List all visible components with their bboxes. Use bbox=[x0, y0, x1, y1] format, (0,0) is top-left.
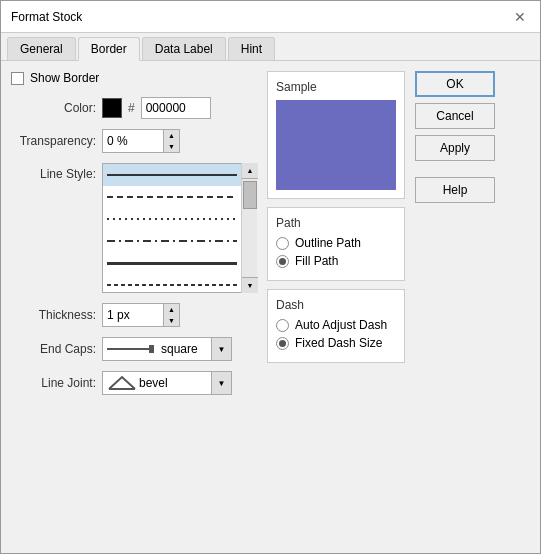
line-style-container: ▲ ▼ bbox=[102, 163, 257, 293]
transparency-up-btn[interactable]: ▲ bbox=[163, 130, 179, 141]
end-caps-select[interactable]: square ▼ bbox=[102, 337, 232, 361]
svg-rect-1 bbox=[149, 345, 154, 353]
left-panel: Show Border Color: # Transparency: ▲ ▼ bbox=[11, 71, 257, 543]
sample-preview bbox=[276, 100, 396, 190]
path-box: Path Outline Path Fill Path bbox=[267, 207, 405, 281]
right-panel: OK Cancel Apply Help bbox=[415, 71, 530, 543]
show-border-checkbox[interactable] bbox=[11, 72, 24, 85]
thickness-spinner: ▲ ▼ bbox=[102, 303, 180, 327]
thickness-up-btn[interactable]: ▲ bbox=[163, 304, 179, 315]
outline-path-row: Outline Path bbox=[276, 236, 396, 250]
transparency-down-btn[interactable]: ▼ bbox=[163, 141, 179, 152]
dashed-line-preview bbox=[107, 196, 237, 198]
line-style-item-5[interactable] bbox=[103, 252, 256, 274]
scrollbar: ▲ ▼ bbox=[241, 163, 257, 293]
middle-panel: Sample Path Outline Path Fill Path Dash bbox=[267, 71, 405, 543]
transparency-spinner-buttons: ▲ ▼ bbox=[163, 130, 179, 152]
sample-box: Sample bbox=[267, 71, 405, 199]
format-stock-dialog: Format Stock ✕ General Border Data Label… bbox=[0, 0, 541, 554]
color-input[interactable] bbox=[141, 97, 211, 119]
end-caps-value: square bbox=[161, 342, 198, 356]
line-style-label: Line Style: bbox=[11, 167, 96, 181]
scroll-up-btn[interactable]: ▲ bbox=[242, 163, 258, 179]
color-row: Color: # bbox=[11, 97, 257, 119]
show-border-label: Show Border bbox=[30, 71, 99, 85]
outline-path-label: Outline Path bbox=[295, 236, 361, 250]
end-caps-row: End Caps: square ▼ bbox=[11, 337, 257, 361]
line-style-item-3[interactable] bbox=[103, 208, 256, 230]
line-style-list[interactable] bbox=[102, 163, 257, 293]
scroll-thumb[interactable] bbox=[243, 181, 257, 209]
thickness-label: Thickness: bbox=[11, 308, 96, 322]
thick-line-preview bbox=[107, 262, 237, 265]
line-joint-row: Line Joint: bevel ▼ bbox=[11, 371, 257, 395]
fill-path-radio[interactable] bbox=[276, 255, 289, 268]
end-caps-dropdown-btn[interactable]: ▼ bbox=[211, 338, 231, 360]
line-style-item-solid[interactable] bbox=[103, 164, 256, 186]
thickness-spinner-buttons: ▲ ▼ bbox=[163, 304, 179, 326]
transparency-input[interactable] bbox=[103, 130, 163, 152]
dash-label: Dash bbox=[276, 298, 396, 312]
line-joint-preview: bevel bbox=[103, 372, 211, 394]
fixed-dash-label: Fixed Dash Size bbox=[295, 336, 382, 350]
thickness-input[interactable] bbox=[103, 304, 163, 326]
end-caps-preview: square bbox=[103, 338, 211, 360]
sample-label: Sample bbox=[276, 80, 317, 94]
close-button[interactable]: ✕ bbox=[510, 7, 530, 27]
line-style-item-4[interactable] bbox=[103, 230, 256, 252]
line-joint-value: bevel bbox=[139, 376, 168, 390]
fill-path-label: Fill Path bbox=[295, 254, 338, 268]
cancel-button[interactable]: Cancel bbox=[415, 103, 495, 129]
title-bar: Format Stock ✕ bbox=[1, 1, 540, 33]
apply-button[interactable]: Apply bbox=[415, 135, 495, 161]
end-caps-icon bbox=[107, 344, 157, 354]
end-caps-label: End Caps: bbox=[11, 342, 96, 356]
line-style-row: Line Style: bbox=[11, 163, 257, 293]
dialog-title: Format Stock bbox=[11, 10, 82, 24]
tab-data-label[interactable]: Data Label bbox=[142, 37, 226, 60]
line-joint-dropdown-btn[interactable]: ▼ bbox=[211, 372, 231, 394]
fill-path-row: Fill Path bbox=[276, 254, 396, 268]
tab-general[interactable]: General bbox=[7, 37, 76, 60]
transparency-row: Transparency: ▲ ▼ bbox=[11, 129, 257, 153]
line-joint-label: Line Joint: bbox=[11, 376, 96, 390]
solid-line-preview bbox=[107, 174, 237, 176]
ok-button[interactable]: OK bbox=[415, 71, 495, 97]
color-hash: # bbox=[128, 101, 135, 115]
auto-adjust-radio[interactable] bbox=[276, 319, 289, 332]
dash-box: Dash Auto Adjust Dash Fixed Dash Size bbox=[267, 289, 405, 363]
auto-adjust-row: Auto Adjust Dash bbox=[276, 318, 396, 332]
help-button[interactable]: Help bbox=[415, 177, 495, 203]
line-joint-select[interactable]: bevel ▼ bbox=[102, 371, 232, 395]
transparency-label: Transparency: bbox=[11, 134, 96, 148]
line-style-item-6[interactable] bbox=[103, 274, 256, 293]
fixed-dash-row: Fixed Dash Size bbox=[276, 336, 396, 350]
tab-border[interactable]: Border bbox=[78, 37, 140, 61]
path-label: Path bbox=[276, 216, 396, 230]
show-border-row: Show Border bbox=[11, 71, 257, 85]
fixed-dash-radio[interactable] bbox=[276, 337, 289, 350]
auto-adjust-label: Auto Adjust Dash bbox=[295, 318, 387, 332]
outline-path-radio[interactable] bbox=[276, 237, 289, 250]
content-area: Show Border Color: # Transparency: ▲ ▼ bbox=[1, 61, 540, 553]
color-swatch[interactable] bbox=[102, 98, 122, 118]
color-label: Color: bbox=[11, 101, 96, 115]
scroll-down-btn[interactable]: ▼ bbox=[242, 277, 258, 293]
tab-hint[interactable]: Hint bbox=[228, 37, 275, 60]
transparency-spinner: ▲ ▼ bbox=[102, 129, 180, 153]
scroll-track bbox=[242, 179, 257, 277]
tab-bar: General Border Data Label Hint bbox=[1, 33, 540, 61]
thickness-row: Thickness: ▲ ▼ bbox=[11, 303, 257, 327]
dashdot-line-preview bbox=[107, 240, 237, 242]
line-joint-icon bbox=[107, 375, 137, 391]
line-style-item-2[interactable] bbox=[103, 186, 256, 208]
dotted-line-preview bbox=[107, 218, 237, 220]
dotted2-line-preview bbox=[107, 284, 237, 286]
thickness-down-btn[interactable]: ▼ bbox=[163, 315, 179, 326]
